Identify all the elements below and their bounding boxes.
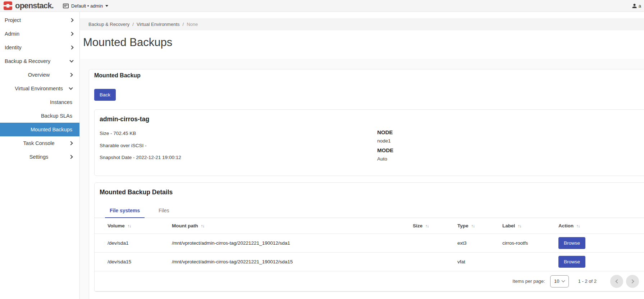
sidebar-item-settings[interactable]: Settings <box>0 150 79 164</box>
sort-icon: ↑↓ <box>201 224 205 228</box>
node-label: NODE <box>377 129 393 135</box>
node-value: node1 <box>377 138 393 144</box>
cell-action: Browse <box>557 234 644 253</box>
chevron-down-icon <box>69 58 73 62</box>
sidebar-item-overview[interactable]: Overview <box>0 68 79 82</box>
page-title: Mounted Backups <box>83 36 644 49</box>
sidebar-item-project[interactable]: Project <box>0 13 79 27</box>
sidebar-item-virtual-environments[interactable]: Virtual Environments <box>0 82 79 95</box>
sidebar-item-instances[interactable]: Instances <box>0 95 79 109</box>
chevron-right-icon <box>69 32 73 36</box>
chevron-right-icon <box>69 18 73 22</box>
page-header: Backup & Recovery/Virtual Environments/N… <box>80 12 644 59</box>
cell-type: vfat <box>456 253 501 271</box>
table-row: /dev/sda1/mnt/vprotect/admin-cirros-tag/… <box>95 234 644 253</box>
cell-label <box>501 253 557 271</box>
sidebar-item-task-console[interactable]: Task Console <box>0 136 79 150</box>
pagination-range: 1 - 2 of 2 <box>578 278 597 284</box>
sort-icon: ↑↓ <box>128 224 131 228</box>
sidebar-item-label: Project <box>5 17 21 23</box>
sidebar-item-label: Backup & Recovery <box>5 58 50 64</box>
column-header-action[interactable]: Action↑↓ <box>557 218 644 234</box>
user-label: a <box>639 3 641 9</box>
sidebar-item-label: Virtual Environments <box>15 86 63 91</box>
column-header-mount-path[interactable]: Mount path↑↓ <box>170 218 411 234</box>
openstack-logo-icon <box>4 1 12 10</box>
column-header-type[interactable]: Type↑↓ <box>456 218 501 234</box>
sidebar-item-label: Instances <box>50 99 72 105</box>
column-header-label[interactable]: Label↑↓ <box>501 218 557 234</box>
mounted-backup-card: Mounted Backup Back admin-cirros-tag Siz… <box>89 69 644 299</box>
openstack-brand[interactable]: openstack. <box>4 1 54 10</box>
breadcrumb-backup-recovery[interactable]: Backup & Recovery <box>88 22 129 27</box>
tab-file-systems[interactable]: File systems <box>105 204 145 218</box>
mounted-backup-heading: Mounted Backup <box>94 72 644 79</box>
next-page-button[interactable] <box>626 275 639 288</box>
browse-button[interactable]: Browse <box>558 237 585 249</box>
main-content: Backup & Recovery/Virtual Environments/N… <box>80 12 644 299</box>
back-button[interactable]: Back <box>94 89 116 101</box>
chevron-left-icon <box>615 279 619 283</box>
domain-project-menu[interactable]: Default • admin <box>63 3 108 9</box>
column-label: Mount path <box>172 223 198 228</box>
pagination: Items per page: 10 1 - 2 of 2 <box>95 271 644 291</box>
sidebar-item-label: Task Console <box>23 140 54 146</box>
caret-down-icon <box>105 5 108 7</box>
breadcrumb-separator: / <box>180 22 187 27</box>
details-tabs: File systemsFiles <box>95 204 644 218</box>
mode-label: MODE <box>377 147 393 153</box>
sidebar-item-identity[interactable]: Identity <box>0 41 79 54</box>
browse-button[interactable]: Browse <box>558 256 585 268</box>
topbar: openstack. Default • admin a <box>0 0 644 12</box>
sort-icon: ↑↓ <box>576 224 580 228</box>
cell-volume: /dev/sda15 <box>95 253 170 271</box>
mode-value: Auto <box>377 156 393 162</box>
column-label: Type <box>457 223 469 228</box>
sort-icon: ↑↓ <box>425 224 429 228</box>
cell-mount-path: /mnt/vprotect/admin-cirros-tag/20221221_… <box>170 234 411 253</box>
sidebar-item-backup-slas[interactable]: Backup SLAs <box>0 109 79 123</box>
sidebar-item-label: Backup SLAs <box>41 113 72 119</box>
chevron-down-icon <box>562 279 565 282</box>
backup-name: admin-cirros-tag <box>100 115 644 123</box>
table-row: /dev/sda15/mnt/vprotect/admin-cirros-tag… <box>95 253 644 271</box>
sidebar-item-mounted-backups[interactable]: Mounted Backups <box>0 123 79 136</box>
filesystems-table: Volume↑↓Mount path↑↓Size↑↓Type↑↓Label↑↓A… <box>95 218 644 271</box>
user-menu[interactable]: a <box>632 3 641 9</box>
breadcrumb-virtual-environments[interactable]: Virtual Environments <box>137 22 180 27</box>
sort-icon: ↑↓ <box>471 224 475 228</box>
column-label: Volume <box>108 223 125 228</box>
sidebar-item-backup-recovery[interactable]: Backup & Recovery <box>0 54 79 68</box>
cell-volume: /dev/sda1 <box>95 234 170 253</box>
cell-mount-path: /mnt/vprotect/admin-cirros-tag/20221221_… <box>170 253 411 271</box>
domain-icon <box>63 4 69 8</box>
column-header-size[interactable]: Size↑↓ <box>411 218 456 234</box>
sidebar-item-label: Settings <box>29 154 48 160</box>
chevron-down-icon <box>69 86 73 90</box>
items-per-page-select[interactable]: 10 <box>550 275 569 287</box>
sort-icon: ↑↓ <box>518 224 521 228</box>
sidebar: Project Admin Identity Backup & Recovery… <box>0 12 80 299</box>
previous-page-button[interactable] <box>610 275 623 288</box>
column-header-volume[interactable]: Volume↑↓ <box>95 218 170 234</box>
chevron-right-icon <box>630 279 634 283</box>
backup-detail-rows: Size - 702.45 KB Sharable over iSCSI - S… <box>100 131 644 160</box>
content-area: Mounted Backup Back admin-cirros-tag Siz… <box>80 59 644 299</box>
breadcrumb-separator: / <box>129 22 137 27</box>
items-per-page-label: Items per page: <box>512 278 545 284</box>
items-per-page-value: 10 <box>554 278 559 284</box>
backup-size: Size - 702.45 KB <box>100 131 644 136</box>
breadcrumb: Backup & Recovery/Virtual Environments/N… <box>80 18 644 30</box>
column-label: Label <box>502 223 515 228</box>
chevron-right-icon <box>69 155 73 159</box>
user-icon <box>632 3 637 9</box>
sidebar-item-label: Mounted Backups <box>31 127 72 132</box>
sidebar-item-label: Admin <box>5 31 19 37</box>
cell-label: cirros-rootfs <box>501 234 557 253</box>
sidebar-item-label: Identity <box>5 45 22 50</box>
details-heading: Mounted Backup Details <box>95 189 644 196</box>
sidebar-item-admin[interactable]: Admin <box>0 27 79 41</box>
domain-project-label: Default • admin <box>71 3 103 9</box>
tab-files[interactable]: Files <box>154 204 174 218</box>
brand-text: openstack. <box>15 1 54 10</box>
